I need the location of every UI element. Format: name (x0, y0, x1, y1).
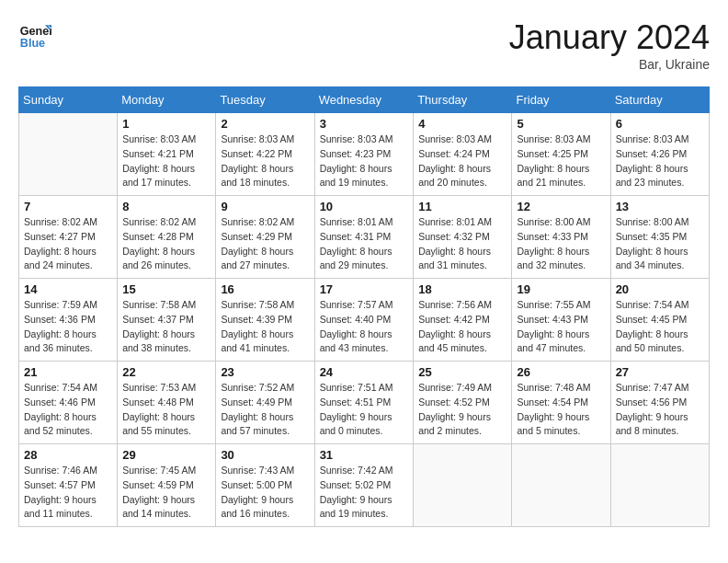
header-monday: Monday (118, 87, 216, 113)
day-info: Sunrise: 7:57 AMSunset: 4:40 PMDaylight:… (320, 298, 409, 356)
header-friday: Friday (512, 87, 610, 113)
day-info: Sunrise: 8:02 AMSunset: 4:28 PMDaylight:… (122, 215, 210, 273)
day-number: 25 (418, 365, 506, 379)
day-info: Sunrise: 7:54 AMSunset: 4:46 PMDaylight:… (24, 381, 112, 439)
day-cell: 6Sunrise: 8:03 AMSunset: 4:26 PMDaylight… (610, 113, 709, 196)
day-number: 9 (221, 200, 309, 213)
page-header: General Blue January 2024 Bar, Ukraine (18, 18, 710, 72)
day-number: 21 (24, 365, 112, 379)
title-block: January 2024 Bar, Ukraine (509, 18, 710, 72)
day-number: 23 (221, 365, 309, 379)
week-row-3: 14Sunrise: 7:59 AMSunset: 4:36 PMDayligh… (19, 279, 710, 362)
day-cell: 12Sunrise: 8:00 AMSunset: 4:33 PMDayligh… (512, 196, 610, 279)
day-cell: 22Sunrise: 7:53 AMSunset: 4:48 PMDayligh… (118, 362, 216, 444)
day-info: Sunrise: 8:01 AMSunset: 4:32 PMDaylight:… (418, 215, 506, 273)
day-number: 26 (517, 365, 605, 379)
day-info: Sunrise: 8:01 AMSunset: 4:31 PMDaylight:… (320, 215, 409, 273)
header-wednesday: Wednesday (314, 87, 414, 113)
day-number: 11 (418, 200, 506, 213)
day-info: Sunrise: 7:54 AMSunset: 4:45 PMDaylight:… (616, 298, 704, 356)
day-cell: 15Sunrise: 7:58 AMSunset: 4:37 PMDayligh… (118, 279, 216, 362)
day-cell: 29Sunrise: 7:45 AMSunset: 4:59 PMDayligh… (118, 444, 216, 527)
location: Bar, Ukraine (509, 57, 710, 72)
day-info: Sunrise: 7:47 AMSunset: 4:56 PMDaylight:… (616, 381, 704, 439)
day-cell: 4Sunrise: 8:03 AMSunset: 4:24 PMDaylight… (414, 113, 512, 196)
day-cell (414, 444, 512, 527)
day-number: 8 (122, 200, 210, 213)
day-number: 15 (122, 282, 210, 296)
day-number: 29 (122, 448, 210, 462)
day-number: 6 (616, 117, 704, 131)
day-number: 12 (517, 200, 605, 213)
day-info: Sunrise: 8:03 AMSunset: 4:21 PMDaylight:… (122, 132, 210, 190)
day-number: 28 (24, 448, 112, 462)
header-sunday: Sunday (19, 87, 118, 113)
day-info: Sunrise: 8:03 AMSunset: 4:22 PMDaylight:… (221, 132, 309, 190)
day-info: Sunrise: 7:55 AMSunset: 4:43 PMDaylight:… (517, 298, 605, 356)
header-thursday: Thursday (414, 87, 512, 113)
day-cell: 28Sunrise: 7:46 AMSunset: 4:57 PMDayligh… (19, 444, 118, 527)
day-info: Sunrise: 8:03 AMSunset: 4:24 PMDaylight:… (418, 132, 506, 190)
day-cell: 8Sunrise: 8:02 AMSunset: 4:28 PMDaylight… (118, 196, 216, 279)
day-cell: 25Sunrise: 7:49 AMSunset: 4:52 PMDayligh… (414, 362, 512, 444)
day-number: 18 (418, 282, 506, 296)
day-info: Sunrise: 8:02 AMSunset: 4:29 PMDaylight:… (221, 215, 309, 273)
day-cell: 16Sunrise: 7:58 AMSunset: 4:39 PMDayligh… (216, 279, 314, 362)
day-cell: 11Sunrise: 8:01 AMSunset: 4:32 PMDayligh… (414, 196, 512, 279)
day-cell: 1Sunrise: 8:03 AMSunset: 4:21 PMDaylight… (118, 113, 216, 196)
day-cell: 17Sunrise: 7:57 AMSunset: 4:40 PMDayligh… (314, 279, 414, 362)
day-info: Sunrise: 7:52 AMSunset: 4:49 PMDaylight:… (221, 381, 309, 439)
day-number: 19 (517, 282, 605, 296)
day-info: Sunrise: 7:58 AMSunset: 4:37 PMDaylight:… (122, 298, 210, 356)
day-info: Sunrise: 7:42 AMSunset: 5:02 PMDaylight:… (320, 464, 409, 522)
day-cell: 21Sunrise: 7:54 AMSunset: 4:46 PMDayligh… (19, 362, 118, 444)
day-info: Sunrise: 8:03 AMSunset: 4:23 PMDaylight:… (320, 132, 409, 190)
day-cell (512, 444, 610, 527)
day-info: Sunrise: 8:00 AMSunset: 4:35 PMDaylight:… (616, 215, 704, 273)
day-number: 22 (122, 365, 210, 379)
week-row-1: 1Sunrise: 8:03 AMSunset: 4:21 PMDaylight… (19, 113, 710, 196)
day-number: 4 (418, 117, 506, 131)
day-number: 2 (221, 117, 309, 131)
day-info: Sunrise: 7:51 AMSunset: 4:51 PMDaylight:… (320, 381, 409, 439)
header-tuesday: Tuesday (216, 87, 314, 113)
day-number: 3 (320, 117, 409, 131)
day-info: Sunrise: 7:56 AMSunset: 4:42 PMDaylight:… (418, 298, 506, 356)
day-cell (19, 113, 118, 196)
week-row-5: 28Sunrise: 7:46 AMSunset: 4:57 PMDayligh… (19, 444, 710, 527)
day-number: 13 (616, 200, 704, 213)
day-cell: 30Sunrise: 7:43 AMSunset: 5:00 PMDayligh… (216, 444, 314, 527)
day-cell: 3Sunrise: 8:03 AMSunset: 4:23 PMDaylight… (314, 113, 414, 196)
day-info: Sunrise: 8:03 AMSunset: 4:25 PMDaylight:… (517, 132, 605, 190)
day-cell: 10Sunrise: 8:01 AMSunset: 4:31 PMDayligh… (314, 196, 414, 279)
day-number: 30 (221, 448, 309, 462)
day-info: Sunrise: 7:53 AMSunset: 4:48 PMDaylight:… (122, 381, 210, 439)
day-cell: 14Sunrise: 7:59 AMSunset: 4:36 PMDayligh… (19, 279, 118, 362)
day-cell: 19Sunrise: 7:55 AMSunset: 4:43 PMDayligh… (512, 279, 610, 362)
day-info: Sunrise: 7:48 AMSunset: 4:54 PMDaylight:… (517, 381, 605, 439)
weekday-header-row: Sunday Monday Tuesday Wednesday Thursday… (19, 87, 710, 113)
day-number: 14 (24, 282, 112, 296)
day-number: 24 (320, 365, 409, 379)
week-row-2: 7Sunrise: 8:02 AMSunset: 4:27 PMDaylight… (19, 196, 710, 279)
day-cell (610, 444, 709, 527)
logo-icon: General Blue (18, 18, 51, 52)
day-cell: 27Sunrise: 7:47 AMSunset: 4:56 PMDayligh… (610, 362, 709, 444)
svg-text:Blue: Blue (20, 37, 45, 50)
day-cell: 26Sunrise: 7:48 AMSunset: 4:54 PMDayligh… (512, 362, 610, 444)
day-cell: 23Sunrise: 7:52 AMSunset: 4:49 PMDayligh… (216, 362, 314, 444)
day-cell: 5Sunrise: 8:03 AMSunset: 4:25 PMDaylight… (512, 113, 610, 196)
calendar-table: Sunday Monday Tuesday Wednesday Thursday… (18, 86, 710, 527)
day-cell: 18Sunrise: 7:56 AMSunset: 4:42 PMDayligh… (414, 279, 512, 362)
month-title: January 2024 (509, 18, 710, 57)
week-row-4: 21Sunrise: 7:54 AMSunset: 4:46 PMDayligh… (19, 362, 710, 444)
day-cell: 24Sunrise: 7:51 AMSunset: 4:51 PMDayligh… (314, 362, 414, 444)
day-cell: 7Sunrise: 8:02 AMSunset: 4:27 PMDaylight… (19, 196, 118, 279)
day-cell: 31Sunrise: 7:42 AMSunset: 5:02 PMDayligh… (314, 444, 414, 527)
day-cell: 20Sunrise: 7:54 AMSunset: 4:45 PMDayligh… (610, 279, 709, 362)
day-number: 31 (320, 448, 409, 462)
day-number: 20 (616, 282, 704, 296)
day-cell: 2Sunrise: 8:03 AMSunset: 4:22 PMDaylight… (216, 113, 314, 196)
day-info: Sunrise: 8:02 AMSunset: 4:27 PMDaylight:… (24, 215, 112, 273)
day-info: Sunrise: 7:49 AMSunset: 4:52 PMDaylight:… (418, 381, 506, 439)
